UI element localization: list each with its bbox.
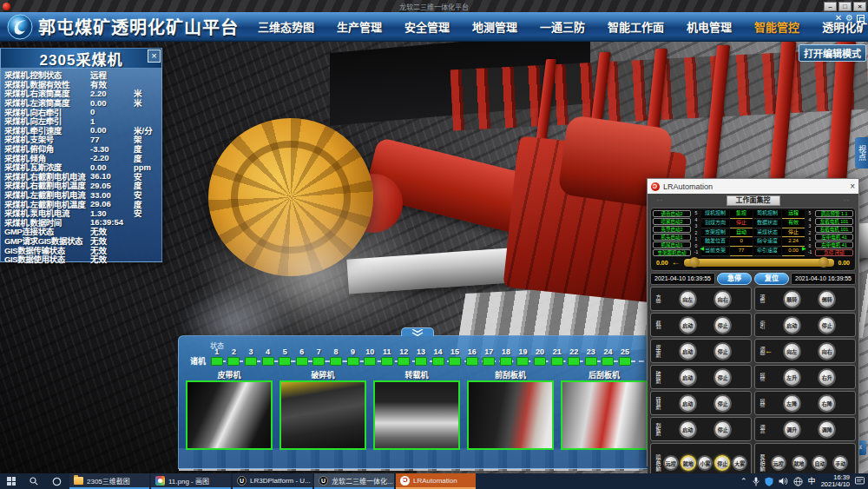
status-button-right[interactable]: 左截电机 101 bbox=[815, 218, 853, 225]
viewpoint-tab[interactable]: 视点 bbox=[855, 137, 868, 169]
round-button-停止[interactable]: 停止 bbox=[714, 455, 730, 471]
estop-button[interactable]: 急停 bbox=[717, 273, 752, 285]
round-button-启动[interactable]: 启动 bbox=[679, 316, 697, 334]
lrautomation-close-icon[interactable]: × bbox=[850, 182, 855, 191]
panel-close-icon[interactable]: × bbox=[148, 50, 161, 63]
support-status-cell[interactable] bbox=[600, 357, 617, 366]
status-button-right[interactable]: 调高预警 1.1 bbox=[815, 210, 853, 217]
network-globe-icon[interactable] bbox=[793, 477, 803, 486]
support-status-cell[interactable] bbox=[260, 357, 277, 366]
ime-indicator[interactable]: 中 bbox=[808, 478, 816, 486]
support-status-cell[interactable] bbox=[515, 357, 532, 366]
status-button-left[interactable]: 先导启动2 bbox=[653, 226, 691, 233]
round-button-停止[interactable]: 停止 bbox=[713, 420, 732, 439]
round-button-停止[interactable]: 停止 bbox=[713, 342, 732, 360]
taskbar-app[interactable]: CLRAutomation bbox=[396, 473, 476, 489]
support-status-cell[interactable] bbox=[549, 357, 566, 366]
round-button-调升[interactable]: 调升 bbox=[783, 420, 801, 439]
round-button-向左[interactable]: 向左 bbox=[783, 342, 801, 360]
status-button-left[interactable]: 机尾启动1 bbox=[653, 241, 691, 248]
nav-item-智能管控[interactable]: 智能管控 bbox=[754, 18, 799, 35]
round-button-手动[interactable]: 手动 bbox=[832, 455, 848, 471]
support-status-cell[interactable] bbox=[481, 357, 498, 366]
support-status-cell[interactable] bbox=[327, 357, 345, 366]
status-button-right[interactable]: 急停 闭锁 bbox=[815, 249, 853, 256]
taskbar-app[interactable]: 2305三维截图 bbox=[69, 473, 149, 489]
defender-shield-icon[interactable] bbox=[765, 477, 773, 486]
round-button-右降[interactable]: 右降 bbox=[818, 394, 836, 413]
camera-video-3[interactable] bbox=[373, 380, 460, 450]
support-status-cell[interactable] bbox=[345, 357, 362, 366]
search-icon[interactable] bbox=[23, 473, 45, 489]
support-status-cell[interactable] bbox=[378, 357, 396, 366]
support-status-cell[interactable] bbox=[208, 357, 226, 366]
round-button-大雾[interactable]: 大雾 bbox=[732, 455, 747, 471]
support-status-cell[interactable] bbox=[616, 357, 634, 366]
taskbar-app[interactable]: U龙软二三维一体化... bbox=[314, 473, 394, 489]
camera-video-5[interactable] bbox=[561, 380, 648, 450]
round-button-停止[interactable]: 停止 bbox=[713, 394, 732, 413]
support-status-cell[interactable] bbox=[396, 357, 413, 366]
open-edit-mode-button[interactable]: 打开编辑模式 bbox=[799, 44, 866, 62]
round-button-向右[interactable]: 向右 bbox=[818, 342, 836, 360]
status-button-right[interactable]: 左牵电机 41 bbox=[815, 234, 853, 241]
camera-video-2[interactable] bbox=[279, 380, 366, 450]
support-status-cell[interactable] bbox=[531, 357, 549, 366]
round-button-启动[interactable]: 启动 bbox=[679, 394, 697, 413]
chevron-down-icon[interactable] bbox=[401, 327, 434, 336]
support-status-cell[interactable] bbox=[446, 357, 464, 366]
status-button-right[interactable]: 右牵电机 41 bbox=[815, 241, 853, 248]
round-button-停止[interactable]: 停止 bbox=[818, 316, 836, 334]
round-button-小雾[interactable]: 小雾 bbox=[697, 455, 713, 471]
support-status-cell[interactable] bbox=[293, 357, 311, 366]
taskbar-app[interactable]: 11.png - 画图 bbox=[151, 473, 231, 489]
round-button-停止[interactable]: 停止 bbox=[713, 368, 732, 387]
round-button-就地[interactable]: 就地 bbox=[681, 455, 696, 471]
gear-icon[interactable]: ⚙ bbox=[845, 14, 853, 23]
nav-item-生产管理[interactable]: 生产管理 bbox=[337, 18, 382, 35]
clock[interactable]: 16:39 2021/4/10 bbox=[821, 474, 850, 488]
nav-item-机电管理[interactable]: 机电管理 bbox=[687, 18, 732, 35]
support-status-cell[interactable] bbox=[361, 357, 378, 366]
round-button-左降[interactable]: 左降 bbox=[783, 394, 801, 413]
round-button-启动[interactable]: 启动 bbox=[679, 420, 697, 439]
status-button-left[interactable]: 支架跟机启动 bbox=[653, 249, 691, 256]
support-status-cell[interactable] bbox=[311, 357, 328, 366]
status-button-left[interactable]: 语音启动2 bbox=[653, 210, 691, 217]
round-button-右升[interactable]: 右升 bbox=[818, 368, 836, 387]
support-status-cell[interactable] bbox=[226, 357, 243, 366]
round-button-左升[interactable]: 左升 bbox=[783, 368, 801, 387]
nav-item-地测管理[interactable]: 地测管理 bbox=[472, 18, 517, 35]
round-button-停止[interactable]: 停止 bbox=[713, 316, 732, 334]
round-button-倒转[interactable]: 倒转 bbox=[818, 290, 836, 308]
round-button-启动[interactable]: 启动 bbox=[679, 368, 697, 387]
tools-icon[interactable]: ✕ bbox=[835, 14, 842, 23]
restore-icon[interactable] bbox=[857, 15, 865, 22]
round-button-向右[interactable]: 向右 bbox=[713, 290, 732, 308]
status-button-right[interactable]: 右截电机 101 bbox=[815, 226, 853, 233]
nav-item-智能工作面[interactable]: 智能工作面 bbox=[608, 18, 664, 35]
round-button-远控[interactable]: 远控 bbox=[771, 455, 786, 471]
notification-icon[interactable] bbox=[855, 477, 865, 486]
round-button-启动[interactable]: 启动 bbox=[783, 316, 801, 334]
round-button-就地[interactable]: 就地 bbox=[792, 455, 807, 471]
round-button-顺转[interactable]: 顺转 bbox=[783, 290, 801, 308]
round-button-调降[interactable]: 调降 bbox=[818, 420, 836, 439]
reset-button[interactable]: 复位 bbox=[754, 273, 789, 285]
support-status-cell[interactable] bbox=[497, 357, 515, 366]
round-button-自动[interactable]: 自动 bbox=[812, 455, 827, 471]
start-button[interactable] bbox=[0, 473, 23, 489]
status-button-left[interactable]: 机头启动1 bbox=[653, 234, 691, 241]
camera-video-4[interactable] bbox=[467, 380, 554, 450]
support-status-cell[interactable] bbox=[565, 357, 582, 366]
support-status-cell[interactable] bbox=[242, 357, 260, 366]
taskbar-app[interactable]: ULR3DPlatform - U... bbox=[233, 473, 312, 489]
nav-item-三维态势图[interactable]: 三维态势图 bbox=[258, 18, 314, 35]
cortana-icon[interactable] bbox=[45, 473, 68, 489]
tray-expand-icon[interactable]: ⌃ bbox=[740, 478, 747, 486]
support-status-cell[interactable] bbox=[582, 357, 600, 366]
support-status-cell[interactable] bbox=[412, 357, 430, 366]
support-status-cell[interactable] bbox=[430, 357, 447, 366]
support-status-cell[interactable] bbox=[276, 357, 293, 366]
round-button-启动[interactable]: 启动 bbox=[679, 342, 697, 360]
